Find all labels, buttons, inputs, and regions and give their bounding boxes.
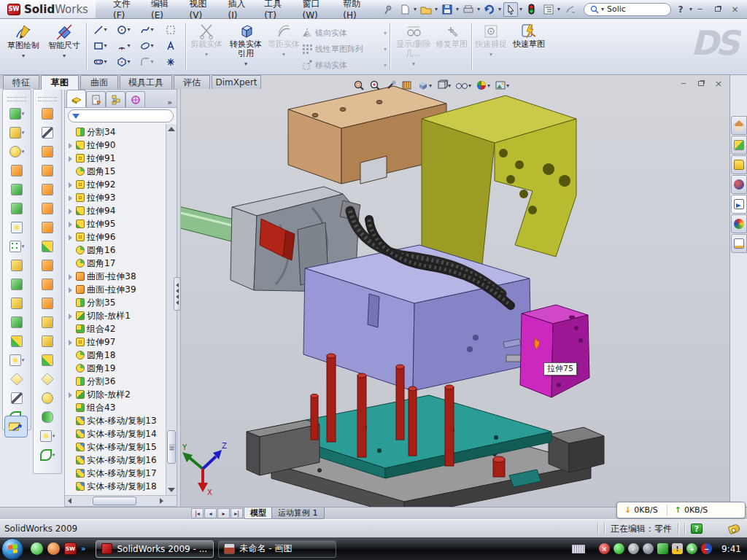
tab-sketch[interactable]: 草图 (41, 75, 79, 90)
view-orientation-icon[interactable]: ▾ (436, 79, 451, 91)
h-scroll-thumb[interactable] (93, 497, 136, 505)
rebuild-traffic-light-icon[interactable] (525, 2, 539, 17)
expander[interactable] (67, 129, 74, 136)
previous-view-icon[interactable] (385, 79, 397, 91)
tool-icon[interactable] (4, 125, 29, 141)
tree-item[interactable]: 圆角16 (65, 244, 166, 257)
tool-icon[interactable] (35, 314, 60, 330)
print-icon[interactable] (461, 2, 476, 17)
tool-icon[interactable] (35, 125, 60, 141)
expander[interactable] (67, 273, 74, 280)
expander[interactable] (67, 208, 74, 214)
expander[interactable] (67, 352, 74, 359)
prev-tab-icon[interactable]: ◂ (204, 508, 217, 518)
rectangle-tool[interactable]: ▾ (89, 38, 112, 53)
start-button[interactable] (1, 538, 23, 560)
zoom-area-icon[interactable] (369, 79, 381, 91)
browser-quicklaunch-icon[interactable] (47, 542, 60, 555)
text-tool[interactable] (159, 38, 182, 53)
minimize-button[interactable]: ─ (692, 4, 708, 15)
tab-surfaces[interactable]: 曲面 (80, 75, 118, 89)
tree-item[interactable]: 拉伸93 (65, 191, 166, 204)
display-style-icon[interactable]: ▾ (417, 79, 432, 91)
tool-icon[interactable] (35, 257, 60, 273)
filter-input[interactable] (82, 112, 169, 120)
first-tab-icon[interactable]: |◂ (191, 508, 204, 518)
mirror-entities-button[interactable]: 镜向实体▾ (302, 25, 387, 41)
expander[interactable] (67, 155, 74, 162)
help-icon[interactable]: ? (673, 2, 688, 17)
expander[interactable] (67, 444, 74, 451)
tab-model[interactable]: 模型 (244, 508, 273, 519)
expander[interactable] (67, 457, 74, 464)
expander[interactable] (67, 287, 74, 293)
tool-icon[interactable] (35, 144, 60, 160)
tool-icon[interactable] (4, 352, 29, 368)
tree-item[interactable]: 圆角17 (65, 257, 166, 270)
tool-icon[interactable] (35, 201, 60, 217)
antivirus-shield-icon[interactable]: × (599, 543, 610, 554)
last-tab-icon[interactable]: ▸| (231, 508, 243, 518)
tool-icon[interactable] (35, 238, 60, 254)
next-tab-icon[interactable]: ▸ (217, 508, 230, 518)
tab-propertymanager[interactable] (86, 91, 106, 107)
input-method-keyboard-icon[interactable] (572, 545, 585, 553)
expander[interactable] (67, 168, 74, 175)
linear-sketch-pattern-button[interactable]: 线性草图阵列▾ (302, 41, 387, 57)
tool-icon[interactable] (35, 409, 60, 425)
expander[interactable] (67, 313, 74, 319)
expander[interactable] (67, 470, 74, 477)
expander[interactable] (67, 221, 74, 228)
scene-icon[interactable]: ▾ (495, 79, 509, 91)
tree-item[interactable]: 实体-移动/复制15 (65, 440, 166, 454)
tree-item[interactable]: 实体-移动/复制14 (65, 427, 166, 440)
instant3d-button-pressed[interactable] (4, 416, 28, 438)
section-view-icon[interactable] (401, 79, 413, 91)
tab-featuremanager[interactable] (66, 90, 86, 107)
expander[interactable] (67, 326, 74, 332)
tool-icon[interactable] (35, 371, 60, 387)
tool-icon[interactable] (35, 352, 60, 368)
expander[interactable] (67, 431, 74, 438)
tool-icon[interactable] (4, 371, 29, 387)
tab-search[interactable] (731, 175, 747, 194)
tab-dimxpert[interactable]: DimXpert (212, 75, 261, 89)
tab-features[interactable]: 特征 (3, 75, 39, 89)
tree-item[interactable]: 实体-移动/复制16 (65, 454, 166, 467)
solidworks-search[interactable]: ▾ Solic (584, 3, 671, 16)
tool-icon[interactable] (35, 182, 60, 198)
tab-file-explorer[interactable] (731, 155, 747, 174)
expander[interactable] (67, 300, 74, 306)
trim-entities-button[interactable]: 剪裁实体▾ (188, 21, 225, 72)
expander[interactable] (67, 182, 74, 188)
tree-item[interactable]: 实体-移动/复制17 (65, 467, 166, 480)
tool-icon[interactable] (4, 144, 29, 160)
tab-motion-study[interactable]: 运动算例 1 (271, 508, 325, 519)
tree-item[interactable]: 拉伸96 (65, 230, 166, 244)
tool-icon[interactable] (4, 163, 29, 179)
slot-tool[interactable]: ▾ (89, 54, 112, 69)
offset-entities-button[interactable]: 等距实体▾ (267, 21, 301, 72)
taskbar-window-button[interactable]: SolidWorks 2009 - ... (96, 540, 214, 558)
expander[interactable] (67, 260, 74, 267)
tool-icon[interactable] (35, 219, 60, 236)
tool-icon[interactable] (35, 163, 60, 179)
close-button[interactable]: × (727, 4, 743, 15)
line-tool[interactable]: ▾ (89, 22, 112, 37)
tool-icon[interactable] (4, 182, 29, 198)
save-icon[interactable] (440, 2, 454, 17)
tab-evaluate[interactable]: 评估 (174, 75, 210, 89)
tree-item[interactable]: 曲面-拉伸39 (65, 283, 166, 296)
quick-snaps-button[interactable]: 快速捕捉▾ (474, 21, 508, 72)
network-warning-icon[interactable]: ! (672, 543, 683, 554)
rapid-sketch-button[interactable]: 快速草图 (511, 21, 547, 72)
sync-icon[interactable] (657, 543, 668, 554)
tree-filter[interactable] (68, 109, 174, 122)
model-extrude75-body[interactable] (520, 305, 589, 397)
tab-configurationmanager[interactable] (106, 91, 125, 107)
tree-item[interactable]: 圆角18 (65, 349, 166, 362)
tree-item[interactable]: 切除-放样2 (65, 388, 166, 401)
tool-icon[interactable] (35, 106, 60, 122)
doc-restore-button[interactable] (694, 78, 708, 88)
options-icon[interactable] (541, 2, 556, 17)
